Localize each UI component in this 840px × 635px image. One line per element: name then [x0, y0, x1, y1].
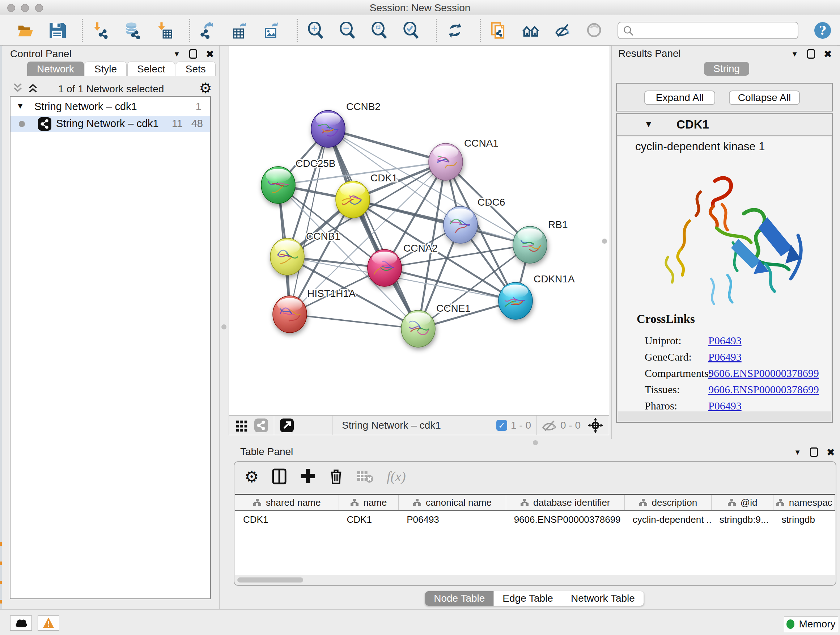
home-networks-icon[interactable]: [522, 22, 539, 39]
network-node-CCNB2[interactable]: [311, 111, 345, 147]
splitter-handle[interactable]: [602, 239, 607, 244]
panel-menu-icon[interactable]: ▼: [794, 448, 801, 456]
tab-network-table[interactable]: Network Table: [562, 591, 644, 606]
control-panel: Control Panel ▼ ✖ NetworkStyleSelectSets…: [3, 46, 219, 612]
table-cell[interactable]: stringdb:9...: [712, 511, 774, 527]
network-edge[interactable]: [328, 129, 446, 162]
table-settings-gear-icon[interactable]: ⚙: [245, 467, 259, 486]
expand-all-button[interactable]: Expand All: [644, 90, 715, 105]
panel-float-icon[interactable]: [189, 49, 197, 59]
table-cell[interactable]: CDK1: [339, 511, 399, 527]
export-image-icon[interactable]: [264, 22, 281, 39]
tab-select[interactable]: Select: [127, 62, 175, 76]
panel-float-icon[interactable]: [807, 49, 815, 59]
warnings-button[interactable]: [38, 616, 59, 631]
network-node-CDK1[interactable]: [336, 181, 370, 218]
import-network-database-icon[interactable]: [124, 22, 141, 39]
network-node-CDC6[interactable]: [444, 206, 477, 243]
network-node-CDC25B[interactable]: [261, 166, 295, 203]
zoom-fit-icon[interactable]: [371, 22, 388, 39]
splitter-handle[interactable]: [533, 440, 538, 445]
search-input[interactable]: [617, 22, 798, 39]
tree-expand-caret-icon[interactable]: ▼: [16, 101, 24, 111]
panel-menu-icon[interactable]: ▼: [173, 50, 180, 58]
clone-network-icon[interactable]: [490, 22, 508, 39]
table-cell[interactable]: 9606.ENSP00000378699: [506, 511, 625, 527]
panel-menu-icon[interactable]: ▼: [791, 50, 798, 58]
network-graph[interactable]: CCNB2CCNA1CDC25BCDK1CDC6RB1CCNB1CCNA2CDK…: [229, 46, 609, 415]
tab-edge-table[interactable]: Edge Table: [494, 591, 562, 606]
import-network-file-icon[interactable]: [92, 22, 110, 39]
string-view-icon[interactable]: [254, 418, 269, 433]
network-canvas[interactable]: CCNB2CCNA1CDC25BCDK1CDC6RB1CCNB1CCNA2CDK…: [229, 46, 609, 435]
table-horizontal-scrollbar[interactable]: [237, 578, 303, 583]
open-file-icon[interactable]: [17, 22, 34, 39]
table-cell[interactable]: cyclin-dependent ...: [625, 511, 712, 527]
crosslink-link[interactable]: P06493: [708, 351, 742, 363]
network-node-CCNE1[interactable]: [401, 310, 435, 347]
table-cell[interactable]: P06493: [399, 511, 506, 527]
table-row[interactable]: CDK1CDK1P064939606.ENSP00000378699cyclin…: [235, 511, 835, 527]
network-collection-row[interactable]: ▼ String Network – cdk1 1: [11, 98, 210, 116]
section-scrollbar[interactable]: [618, 412, 831, 421]
save-session-icon[interactable]: [49, 22, 66, 39]
network-edge[interactable]: [290, 314, 418, 329]
cloud-status-button[interactable]: [10, 616, 32, 631]
tab-node-table[interactable]: Node Table: [425, 591, 494, 606]
tab-string[interactable]: String: [704, 62, 749, 76]
column-header-database-identifier[interactable]: database identifier: [506, 495, 625, 510]
pan-mode-icon[interactable]: [587, 417, 604, 434]
column-header-shared-name[interactable]: shared name: [235, 495, 339, 510]
import-table-file-icon[interactable]: [156, 22, 173, 39]
help-button[interactable]: ?: [814, 22, 831, 39]
refresh-icon[interactable]: [447, 22, 464, 39]
network-node-HIST1H1A[interactable]: [273, 296, 307, 333]
tab-style[interactable]: Style: [85, 62, 126, 76]
network-edge[interactable]: [290, 129, 328, 314]
result-section-header[interactable]: ▼ CDK1: [617, 114, 832, 136]
panel-close-icon[interactable]: ✖: [824, 48, 832, 60]
network-node-CCNA1[interactable]: [429, 143, 463, 180]
splitter-handle[interactable]: [221, 325, 226, 329]
network-node-CDKN1A[interactable]: [499, 282, 532, 319]
delete-table-icon[interactable]: [356, 469, 374, 484]
hide-unhide-icon[interactable]: [554, 22, 571, 39]
export-network-icon[interactable]: [200, 22, 217, 39]
show-columns-icon[interactable]: [272, 468, 287, 485]
function-builder-icon[interactable]: f(x): [387, 469, 406, 485]
zoom-out-icon[interactable]: [339, 22, 356, 39]
column-header--id[interactable]: @id: [712, 495, 774, 510]
export-table-icon[interactable]: [232, 22, 249, 39]
column-header-canonical-name[interactable]: canonical name: [399, 495, 506, 510]
panel-close-icon[interactable]: ✖: [827, 447, 835, 458]
table-cell[interactable]: CDK1: [235, 511, 339, 527]
zoom-selected-icon[interactable]: [403, 22, 420, 39]
delete-column-icon[interactable]: [329, 468, 343, 485]
network-node-RB1[interactable]: [513, 226, 547, 263]
network-row-selected[interactable]: String Network – cdk1 11 48: [11, 116, 210, 132]
section-collapse-caret-icon[interactable]: ▼: [644, 119, 653, 129]
network-node-CCNB1[interactable]: [270, 238, 304, 275]
collapse-all-button[interactable]: Collapse All: [729, 90, 800, 105]
selected-nodes-checkbox[interactable]: ✓: [496, 420, 507, 431]
crosslink-link[interactable]: 9606.ENSP00000378699: [708, 367, 819, 379]
table-cell[interactable]: stringdb: [774, 511, 835, 527]
detach-view-icon[interactable]: [279, 418, 294, 433]
show-hidden-icon[interactable]: [586, 22, 603, 39]
tab-sets[interactable]: Sets: [176, 62, 216, 76]
crosslink-link[interactable]: 9606.ENSP00000378699: [708, 383, 819, 396]
panel-close-icon[interactable]: ✖: [206, 48, 214, 60]
column-header-name[interactable]: name: [339, 495, 399, 510]
column-header-namespac[interactable]: namespac: [774, 495, 835, 510]
column-header-description[interactable]: description: [625, 495, 712, 510]
crosslink-link[interactable]: P06493: [708, 334, 742, 347]
tab-network[interactable]: Network: [27, 62, 84, 76]
crosslink-link[interactable]: P06493: [708, 400, 742, 412]
add-column-icon[interactable]: ✚: [300, 466, 316, 487]
network-options-gear-icon[interactable]: ⚙: [199, 80, 212, 96]
network-node-CCNA2[interactable]: [368, 249, 401, 287]
grid-view-icon[interactable]: [235, 418, 248, 432]
zoom-in-icon[interactable]: [307, 22, 325, 39]
memory-button[interactable]: Memory: [784, 616, 838, 632]
panel-float-icon[interactable]: [810, 448, 818, 457]
